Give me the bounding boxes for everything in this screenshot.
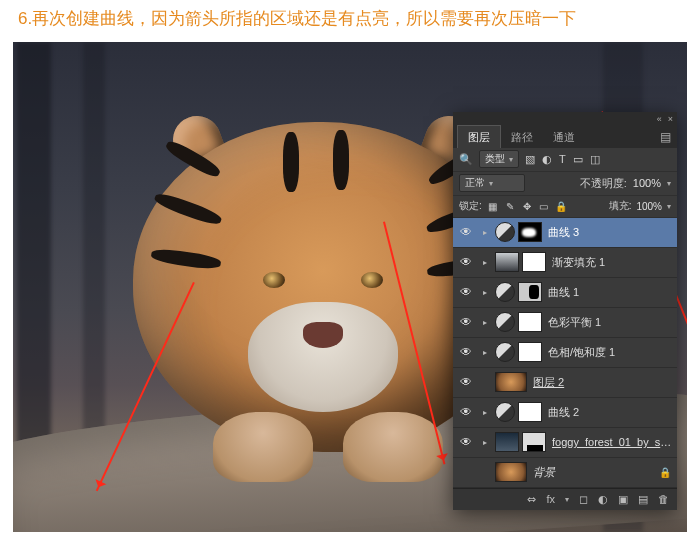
twirl-icon[interactable]: ▸ (479, 438, 491, 447)
lock-artboard-icon[interactable]: ▭ (538, 200, 550, 212)
layer-name[interactable]: 曲线 1 (546, 285, 673, 300)
new-layer-button[interactable]: ▤ (638, 493, 648, 506)
layer-name[interactable]: 图层 2 (531, 375, 673, 390)
layer-name[interactable]: 曲线 2 (546, 405, 673, 420)
mask-thumb[interactable] (522, 252, 546, 272)
layer-row[interactable]: 背景 🔒 (453, 458, 677, 488)
layer-name[interactable]: 渐变填充 1 (550, 255, 673, 270)
layer-thumb[interactable] (495, 432, 519, 452)
panel-menu-icon[interactable]: ▤ (654, 126, 677, 148)
group-button[interactable]: ▣ (618, 493, 628, 506)
layers-panel: « × 图层 路径 通道 ▤ 🔍 类型▾ ▧ ◐ T ▭ ◫ 正常▾ 不透明度:… (453, 112, 677, 510)
twirl-icon[interactable]: ▸ (479, 228, 491, 237)
mask-thumb[interactable] (518, 342, 542, 362)
adjustment-thumb[interactable] (495, 402, 515, 422)
layer-row[interactable]: 👁 ▸ 色彩平衡 1 (453, 308, 677, 338)
layer-row[interactable]: 👁 ▸ 渐变填充 1 (453, 248, 677, 278)
twirl-icon[interactable]: ▸ (479, 288, 491, 297)
visibility-toggle[interactable]: 👁 (457, 375, 475, 389)
layer-name[interactable]: 色彩平衡 1 (546, 315, 673, 330)
document-canvas: « × 图层 路径 通道 ▤ 🔍 类型▾ ▧ ◐ T ▭ ◫ 正常▾ 不透明度:… (13, 42, 687, 532)
layer-name[interactable]: foggy_forest_01_by_sacr... (550, 436, 673, 448)
layer-row[interactable]: 👁 ▸ 色相/饱和度 1 (453, 338, 677, 368)
delete-layer-button[interactable]: 🗑 (658, 493, 669, 505)
layer-thumb[interactable] (495, 462, 527, 482)
blend-mode-select[interactable]: 正常▾ (459, 174, 525, 192)
mask-thumb[interactable] (522, 432, 546, 452)
search-icon[interactable]: 🔍 (459, 153, 473, 166)
mask-thumb[interactable] (518, 282, 542, 302)
lock-icon: 🔒 (659, 467, 671, 478)
adjustment-thumb[interactable] (495, 342, 515, 362)
filter-type-icon[interactable]: T (559, 153, 566, 165)
visibility-toggle[interactable]: 👁 (457, 225, 475, 239)
panel-chrome[interactable]: « × (453, 112, 677, 126)
layer-name[interactable]: 曲线 3 (546, 225, 673, 240)
tab-paths[interactable]: 路径 (501, 126, 543, 148)
fill-label: 填充: (609, 199, 632, 213)
twirl-icon[interactable]: ▸ (479, 258, 491, 267)
layer-name[interactable]: 背景 (531, 465, 655, 480)
filter-adjust-icon[interactable]: ◐ (542, 153, 552, 166)
fill-value[interactable]: 100% (636, 201, 662, 212)
visibility-toggle[interactable]: 👁 (457, 345, 475, 359)
filter-shape-icon[interactable]: ▭ (573, 153, 583, 166)
fx-button[interactable]: fx (546, 493, 555, 505)
layer-thumb[interactable] (495, 372, 527, 392)
layer-row[interactable]: 👁 图层 2 (453, 368, 677, 398)
filter-row: 🔍 类型▾ ▧ ◐ T ▭ ◫ (453, 148, 677, 172)
visibility-toggle[interactable]: 👁 (457, 255, 475, 269)
lock-transparent-icon[interactable]: ▦ (487, 200, 499, 212)
adjustment-thumb[interactable] (495, 312, 515, 332)
twirl-icon[interactable]: ▸ (479, 408, 491, 417)
layer-name[interactable]: 色相/饱和度 1 (546, 345, 673, 360)
lock-pixels-icon[interactable]: ✎ (504, 200, 516, 212)
visibility-toggle[interactable]: 👁 (457, 405, 475, 419)
lock-position-icon[interactable]: ✥ (521, 200, 533, 212)
mask-thumb[interactable] (518, 222, 542, 242)
filter-smart-icon[interactable]: ◫ (590, 153, 600, 166)
twirl-icon[interactable]: ▸ (479, 348, 491, 357)
layer-row[interactable]: 👁 ▸ foggy_forest_01_by_sacr... (453, 428, 677, 458)
tab-layers[interactable]: 图层 (457, 125, 501, 148)
close-icon[interactable]: × (668, 114, 673, 124)
visibility-toggle[interactable]: 👁 (457, 435, 475, 449)
lock-label: 锁定: (459, 199, 482, 213)
layer-row[interactable]: 👁 ▸ 曲线 1 (453, 278, 677, 308)
layers-list: 👁 ▸ 曲线 3 👁 ▸ 渐变填充 1 👁 ▸ 曲线 1 👁 ▸ (453, 218, 677, 488)
layer-row[interactable]: 👁 ▸ 曲线 2 (453, 398, 677, 428)
collapse-icon[interactable]: « (657, 114, 662, 124)
opacity-label: 不透明度: (580, 176, 627, 191)
panel-tabs: 图层 路径 通道 ▤ (453, 126, 677, 148)
tutorial-step-caption: 6.再次创建曲线，因为箭头所指的区域还是有点亮，所以需要再次压暗一下 (0, 0, 700, 42)
opacity-value[interactable]: 100% (633, 177, 661, 189)
visibility-toggle[interactable]: 👁 (457, 285, 475, 299)
panel-footer: ⇔ fx▾ ◻ ◐ ▣ ▤ 🗑 (453, 488, 677, 510)
lock-row: 锁定: ▦ ✎ ✥ ▭ 🔒 填充: 100%▾ (453, 196, 677, 218)
blend-row: 正常▾ 不透明度: 100%▾ (453, 172, 677, 196)
tab-channels[interactable]: 通道 (543, 126, 585, 148)
link-layers-icon[interactable]: ⇔ (527, 493, 536, 506)
twirl-icon[interactable]: ▸ (479, 318, 491, 327)
visibility-toggle[interactable]: 👁 (457, 315, 475, 329)
adjustment-thumb[interactable] (495, 282, 515, 302)
layer-thumb[interactable] (495, 252, 519, 272)
adjustment-thumb[interactable] (495, 222, 515, 242)
filter-icons: ▧ ◐ T ▭ ◫ (525, 153, 600, 166)
adjustment-button[interactable]: ◐ (598, 493, 608, 506)
mask-thumb[interactable] (518, 402, 542, 422)
mask-button[interactable]: ◻ (579, 493, 588, 506)
layer-row[interactable]: 👁 ▸ 曲线 3 (453, 218, 677, 248)
filter-kind-select[interactable]: 类型▾ (479, 150, 519, 168)
filter-pixel-icon[interactable]: ▧ (525, 153, 535, 166)
lock-all-icon[interactable]: 🔒 (555, 200, 567, 212)
mask-thumb[interactable] (518, 312, 542, 332)
